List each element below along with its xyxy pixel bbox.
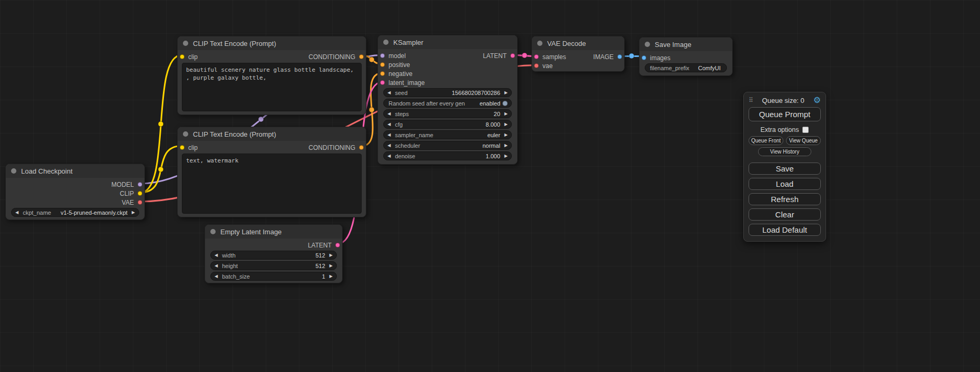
queue-front-button[interactable]: Queue Front (749, 136, 783, 145)
widget-value: 512 (315, 252, 325, 259)
refresh-button[interactable]: Refresh (749, 193, 821, 205)
drag-handle-icon[interactable]: ⠿ (749, 97, 753, 104)
node-save-image-title-bar[interactable]: Save Image (639, 37, 732, 51)
link-midpoint-cond-positive[interactable] (369, 57, 374, 62)
queue-prompt-button[interactable]: Queue Prompt (749, 107, 821, 121)
arrow-left-icon[interactable]: ◀ (387, 91, 391, 95)
clip-output-slot[interactable] (138, 191, 142, 196)
model-output-slot[interactable] (138, 182, 142, 187)
node-load-checkpoint-title-bar[interactable]: Load Checkpoint (6, 164, 144, 178)
node-clip-negative-title-bar[interactable]: CLIP Text Encode (Prompt) (178, 127, 366, 141)
arrow-right-icon[interactable]: ▶ (504, 122, 508, 127)
vae-output-slot[interactable] (138, 200, 142, 205)
vae-input-slot[interactable] (534, 63, 539, 68)
width-widget[interactable]: ◀ width 512 ▶ (210, 251, 337, 260)
node-empty-latent-image[interactable]: Empty Latent Image LATENT ◀ width 512 ▶ … (205, 224, 343, 283)
link-midpoint-image[interactable] (629, 53, 634, 59)
arrow-right-icon[interactable]: ▶ (504, 144, 508, 148)
arrow-left-icon[interactable]: ◀ (387, 122, 391, 127)
images-input-slot[interactable] (642, 55, 646, 60)
node-title: KSampler (393, 39, 423, 46)
node-clip-text-encode-positive[interactable]: CLIP Text Encode (Prompt) clip CONDITION… (177, 36, 366, 115)
latent-output-slot[interactable] (335, 243, 340, 247)
widget-label: ckpt_name (23, 209, 51, 216)
height-widget[interactable]: ◀ height 512 ▶ (210, 261, 337, 270)
model-input-slot[interactable] (380, 53, 385, 58)
scheduler-widget[interactable]: ◀ scheduler normal ▶ (383, 141, 512, 150)
collapse-dot-icon[interactable] (11, 168, 16, 174)
collapse-dot-icon[interactable] (537, 41, 542, 46)
clip-input-slot[interactable] (180, 54, 185, 59)
node-load-checkpoint[interactable]: Load Checkpoint MODEL CLIP VAE ◀ ckpt_na… (5, 164, 145, 220)
widget-value: v1-5-pruned-emaonly.ckpt (61, 209, 128, 216)
random-seed-toggle-widget[interactable]: Random seed after every gen enabled (383, 99, 512, 108)
widget-label: seed (395, 90, 407, 96)
view-queue-button[interactable]: View Queue (786, 136, 821, 145)
arrow-left-icon[interactable]: ◀ (15, 211, 18, 215)
queue-size-label: Queue size: 0 (762, 97, 804, 104)
arrow-left-icon[interactable]: ◀ (215, 274, 218, 279)
arrow-left-icon[interactable]: ◀ (387, 154, 391, 158)
denoise-widget[interactable]: ◀ denoise 1.000 ▶ (383, 151, 512, 160)
arrow-right-icon[interactable]: ▶ (132, 211, 135, 215)
latent-output-slot[interactable] (510, 53, 515, 58)
collapse-dot-icon[interactable] (383, 40, 389, 45)
positive-input-slot[interactable] (380, 62, 385, 67)
arrow-right-icon[interactable]: ▶ (504, 154, 508, 158)
arrow-left-icon[interactable]: ◀ (387, 112, 391, 116)
arrow-left-icon[interactable]: ◀ (215, 264, 218, 268)
sampler-name-widget[interactable]: ◀ sampler_name euler ▶ (383, 130, 512, 139)
samples-input-slot[interactable] (534, 54, 539, 59)
image-output-slot[interactable] (617, 54, 622, 59)
node-vae-decode-title-bar[interactable]: VAE Decode (532, 36, 624, 50)
ckpt-name-widget[interactable]: ◀ ckpt_name v1-5-pruned-emaonly.ckpt ▶ (11, 208, 139, 217)
node-clip-text-encode-negative[interactable]: CLIP Text Encode (Prompt) clip CONDITION… (177, 127, 366, 217)
arrow-right-icon[interactable]: ▶ (329, 274, 333, 279)
link-midpoint-clip-positive[interactable] (158, 121, 163, 127)
latent-image-input-slot[interactable] (380, 80, 385, 85)
node-save-image[interactable]: Save Image images filename_prefix ComfyU… (639, 37, 733, 76)
link-midpoint-cond-negative[interactable] (369, 107, 374, 112)
arrow-left-icon[interactable]: ◀ (215, 253, 218, 257)
link-midpoint-model[interactable] (258, 117, 264, 122)
collapse-dot-icon[interactable] (183, 41, 188, 46)
load-button[interactable]: Load (749, 178, 821, 190)
node-vae-decode[interactable]: VAE Decode samples IMAGE vae (531, 36, 625, 72)
arrow-right-icon[interactable]: ▶ (504, 112, 508, 116)
collapse-dot-icon[interactable] (183, 131, 188, 137)
cfg-widget[interactable]: ◀ cfg 8.000 ▶ (383, 120, 512, 129)
node-empty-latent-title-bar[interactable]: Empty Latent Image (205, 225, 342, 239)
gear-icon[interactable]: ⚙ (813, 96, 821, 104)
node-ksampler[interactable]: KSampler model LATENT positive negative (377, 35, 518, 165)
node-ksampler-title-bar[interactable]: KSampler (378, 35, 517, 49)
collapse-dot-icon[interactable] (645, 42, 650, 47)
link-midpoint-clip-negative[interactable] (158, 167, 163, 172)
view-history-button[interactable]: View History (758, 147, 811, 156)
arrow-left-icon[interactable]: ◀ (387, 144, 391, 148)
conditioning-output-slot[interactable] (359, 145, 364, 150)
load-default-button[interactable]: Load Default (749, 224, 821, 236)
arrow-right-icon[interactable]: ▶ (504, 133, 508, 137)
batch-size-widget[interactable]: ◀ batch_size 1 ▶ (210, 272, 337, 281)
arrow-left-icon[interactable]: ◀ (387, 133, 391, 137)
collapse-dot-icon[interactable] (210, 229, 216, 234)
output-label-model: MODEL (111, 181, 134, 188)
save-button[interactable]: Save (749, 163, 821, 175)
widget-label: width (222, 252, 236, 259)
negative-input-slot[interactable] (380, 71, 385, 76)
arrow-right-icon[interactable]: ▶ (329, 264, 333, 268)
positive-prompt-textarea[interactable]: beautiful scenery nature glass bottle la… (182, 63, 362, 111)
node-clip-positive-title-bar[interactable]: CLIP Text Encode (Prompt) (178, 36, 366, 50)
steps-widget[interactable]: ◀ steps 20 ▶ (383, 109, 512, 118)
clip-input-slot[interactable] (180, 145, 185, 150)
extra-options-checkbox[interactable] (802, 127, 809, 133)
filename-prefix-widget[interactable]: filename_prefix ComfyUI (645, 63, 727, 72)
seed-widget[interactable]: ◀ seed 156680208700286 ▶ (383, 88, 512, 97)
clear-button[interactable]: Clear (749, 208, 821, 221)
arrow-right-icon[interactable]: ▶ (504, 91, 508, 95)
arrow-right-icon[interactable]: ▶ (329, 253, 333, 257)
conditioning-output-slot[interactable] (359, 54, 364, 59)
toggle-dot-icon[interactable] (502, 101, 508, 106)
negative-prompt-textarea[interactable]: text, watermark (182, 154, 362, 214)
link-midpoint-latent-samples[interactable] (522, 53, 527, 58)
